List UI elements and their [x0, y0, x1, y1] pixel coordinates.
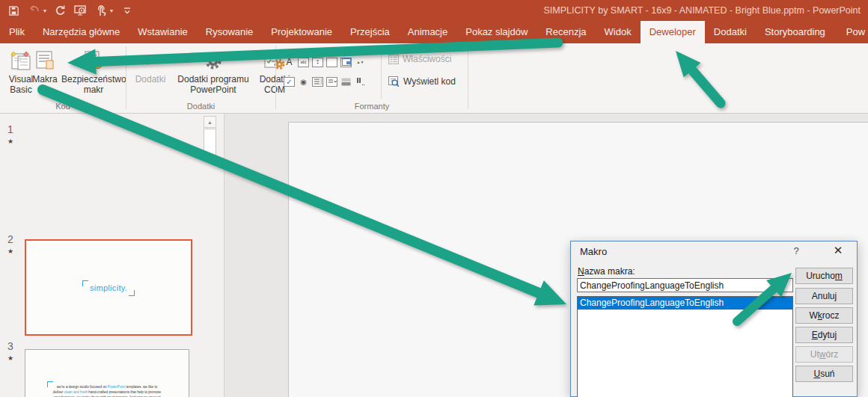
- macro-list-item-selected[interactable]: ChangeProofingLanguageToEnglish: [578, 297, 792, 310]
- tab-narzedzia-glowne[interactable]: Narzędzia główne: [34, 21, 129, 43]
- optionbutton-control-icon[interactable]: ◉: [298, 76, 310, 87]
- slide-2-animation-star: ★: [7, 247, 13, 255]
- thumbnail-scrollbar[interactable]: ▲: [204, 116, 218, 397]
- makra-icon: [34, 46, 56, 72]
- powerpoint-window: ▾ ▾ SIMPLICITY by SMART - 16x9 - ANIMATE…: [0, 0, 868, 397]
- label-post: dytuj: [818, 330, 837, 340]
- label-key: U: [813, 369, 820, 379]
- utworz-button-disabled: Utwórz: [795, 346, 853, 363]
- checkbox-control-icon[interactable]: ✓: [284, 77, 295, 87]
- start-slideshow-icon[interactable]: [74, 4, 87, 17]
- edytuj-button[interactable]: Edytuj: [795, 327, 853, 343]
- textbox-control-icon[interactable]: ab|: [298, 58, 309, 67]
- anuluj-button[interactable]: Anuluj: [795, 288, 853, 304]
- redo-icon[interactable]: [54, 4, 67, 17]
- tab-recenzja[interactable]: Recenzja: [537, 21, 595, 43]
- ribbon-group-dodatki: Dodatki Dodatki programu PowerPoint Doda…: [126, 43, 275, 113]
- usun-button[interactable]: Usuń: [795, 366, 853, 382]
- bezpieczenstwo-makr-button[interactable]: Bezpieczeństwo makr: [61, 46, 126, 95]
- tab-pokaz-slajdow[interactable]: Pokaz slajdów: [456, 21, 537, 43]
- window-title: SIMPLICITY by SMART - 16x9 - ANIMATED - …: [543, 0, 861, 21]
- commandbutton-control-icon[interactable]: [326, 58, 337, 67]
- slide-2-thumbnail[interactable]: we're a design studio focused on PowerPo…: [25, 349, 189, 397]
- tab-dodatki[interactable]: Dodatki: [705, 21, 756, 43]
- slide-2-body: we're a design studio focused on PowerPo…: [47, 381, 167, 397]
- tab-rysowanie[interactable]: Rysowanie: [197, 21, 263, 43]
- scrollbar-control-icon[interactable]: ▲▼: [355, 57, 367, 67]
- label-control-icon[interactable]: A: [284, 57, 296, 67]
- makro-dialog: Makro ? ✕ Nazwa makra: ChangeProofingLan…: [570, 241, 858, 397]
- dialog-title-bar[interactable]: Makro ? ✕: [571, 241, 857, 261]
- slide-3-animation-star: ★: [7, 354, 13, 362]
- more-controls-icon[interactable]: [355, 76, 367, 87]
- listbox-control-icon[interactable]: [312, 77, 323, 87]
- bezpieczenstwo-makr-label: Bezpieczeństwo makr: [61, 74, 126, 95]
- dialog-close-button[interactable]: ✕: [830, 244, 846, 257]
- label-post: rocz: [822, 310, 840, 321]
- undo-dropdown-caret: ▾: [43, 7, 46, 14]
- slide-thumbnail-panel: 1 ★ simplicity. 2 ★ we're a design studi…: [0, 114, 224, 397]
- dodatki-button-disabled: Dodatki: [131, 46, 170, 84]
- label-key: m: [835, 271, 843, 281]
- tab-deweloper[interactable]: Deweloper: [641, 21, 705, 43]
- makra-button[interactable]: Makra: [28, 46, 61, 84]
- undo-icon: [28, 4, 40, 17]
- scroll-up-button[interactable]: ▲: [204, 116, 216, 128]
- label-key: N: [578, 266, 584, 277]
- tab-storyboarding[interactable]: Storyboarding: [756, 21, 834, 43]
- scrollbar-thumb[interactable]: [204, 129, 216, 157]
- slide-1-animation-star: ★: [7, 138, 13, 145]
- ribbon-tab-bar: Plik Narzędzia główne Wstawianie Rysowan…: [0, 21, 868, 43]
- view-code-icon: [388, 76, 400, 87]
- group-label-dodatki: Dodatki: [126, 102, 275, 111]
- wlasciwosci-button-disabled: Właściwości: [388, 54, 451, 64]
- customize-quick-access-toolbar-icon[interactable]: [120, 4, 133, 17]
- touch-mode-icon[interactable]: [94, 4, 107, 17]
- quick-access-toolbar: ▾ ▾: [0, 4, 133, 17]
- wyswietl-kod-label: Wyświetl kod: [403, 76, 456, 87]
- controls-grid: A ab| ▲▼ ▲▼ ✓ ◉: [282, 52, 367, 91]
- ribbon-developer: Visual Basic Makra Bezpieczeństwo makr K…: [0, 43, 868, 114]
- properties-icon: [388, 55, 399, 64]
- tab-widok[interactable]: Widok: [596, 21, 641, 43]
- label-key: w: [819, 349, 826, 360]
- slide-3-number: 3: [7, 340, 13, 352]
- tell-me-label: Pow: [846, 21, 865, 43]
- macro-name-label: Nazwa makra:: [578, 266, 635, 277]
- bezpieczenstwo-makr-icon: [83, 46, 104, 72]
- label-pre: Urucho: [806, 271, 835, 281]
- slide-1-title: simplicity.: [84, 283, 133, 292]
- macro-list[interactable]: ChangeProofingLanguageToEnglish: [577, 296, 793, 397]
- save-icon[interactable]: [7, 4, 20, 17]
- wyswietl-kod-button[interactable]: Wyświetl kod: [388, 76, 456, 87]
- uruchom-button[interactable]: Uruchom: [795, 268, 853, 284]
- label-post: azwa makra:: [584, 266, 635, 277]
- tab-plik[interactable]: Plik: [0, 21, 34, 43]
- group-label-kod: Kod: [0, 102, 126, 111]
- inner-separator: [381, 49, 382, 99]
- dodatki-label: Dodatki: [135, 74, 166, 84]
- image-control-icon[interactable]: [340, 58, 352, 67]
- slide-1-thumbnail[interactable]: simplicity.: [25, 239, 192, 336]
- ribbon-group-formanty: A ab| ▲▼ ▲▼ ✓ ◉ Właściwości Wyświetl: [276, 43, 468, 113]
- group-label-formanty: Formanty: [276, 102, 468, 111]
- tab-przejscia[interactable]: Przejścia: [341, 21, 399, 43]
- macro-name-input[interactable]: [577, 278, 793, 292]
- touch-mode-caret[interactable]: ▾: [110, 7, 113, 14]
- label-key: E: [812, 330, 818, 340]
- combobox-control-icon[interactable]: [326, 77, 337, 87]
- powerpoint-addins-gear-icon: [203, 46, 224, 72]
- wlasciwosci-label: Właściwości: [403, 54, 451, 64]
- wkrocz-button[interactable]: Wkrocz: [795, 307, 853, 324]
- label-pre: Anuluj: [812, 291, 837, 301]
- tab-animacje[interactable]: Animacje: [399, 21, 456, 43]
- togglebutton-control-icon[interactable]: [340, 76, 352, 87]
- dodatki-programu-powerpoint-button[interactable]: Dodatki programu PowerPoint: [171, 46, 255, 95]
- tab-projektowanie[interactable]: Projektowanie: [262, 21, 341, 43]
- tab-wstawianie[interactable]: Wstawianie: [129, 21, 196, 43]
- dialog-help-button[interactable]: ?: [789, 245, 803, 256]
- tab-tell-me[interactable]: Pow: [834, 21, 868, 43]
- slide-1-number: 1: [7, 123, 13, 135]
- spinbutton-control-icon[interactable]: ▲▼: [312, 58, 323, 67]
- dodatki-programu-label: Dodatki programu PowerPoint: [171, 74, 255, 95]
